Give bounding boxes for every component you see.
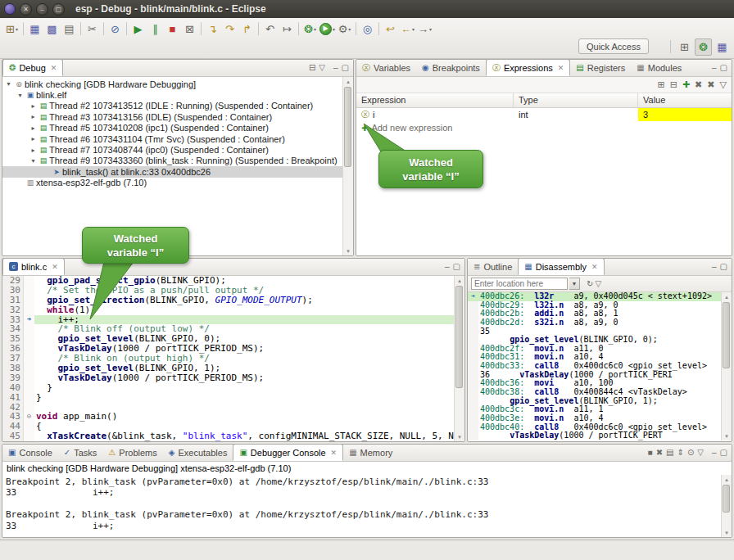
- debug-tree-row[interactable]: ▸ ▤ Thread #2 1073413512 (IDLE : Running…: [2, 101, 353, 111]
- twisty-icon[interactable]: ▾: [16, 92, 25, 99]
- view-menu-icon[interactable]: ▽: [697, 449, 704, 457]
- instruction-stepping-icon[interactable]: ↦: [279, 20, 296, 38]
- disassembly-body[interactable]: ➜ 400dbc26: l32r a9, 0x400d045c < stext+…: [468, 292, 721, 440]
- debug-tree-row[interactable]: ▾ ⊚ blink checking [GDB Hardware Debuggi…: [2, 79, 353, 89]
- debug-icon[interactable]: ❂▾: [301, 20, 319, 38]
- view-menu-icon[interactable]: ▽: [319, 64, 325, 72]
- gutter-marker-icon[interactable]: [24, 344, 34, 354]
- clear-console-icon[interactable]: ▤: [666, 449, 673, 457]
- tab-blink-c[interactable]: c blink.c ✕: [2, 258, 65, 275]
- add-expression-row[interactable]: ✚ Add new expression: [356, 121, 732, 134]
- location-input[interactable]: [471, 278, 568, 290]
- debug-scrollbar[interactable]: ▴ ▾: [342, 77, 353, 255]
- scroll-thumb[interactable]: [344, 87, 351, 167]
- line-number[interactable]: 31: [2, 296, 24, 305]
- gutter-marker-icon[interactable]: [24, 431, 34, 441]
- open-perspective-icon[interactable]: ⊞: [676, 38, 693, 56]
- line-number[interactable]: 32: [2, 305, 24, 315]
- maximize-icon[interactable]: ▢: [342, 64, 349, 72]
- terminate-console-icon[interactable]: ■: [648, 449, 653, 457]
- view-tab[interactable]: ◈ Executables: [163, 444, 233, 461]
- quick-access-button[interactable]: Quick Access: [578, 38, 649, 54]
- add-expression-icon[interactable]: ✚: [682, 79, 690, 90]
- back-icon[interactable]: ←▾: [399, 20, 416, 38]
- code-line[interactable]: 41 }: [2, 393, 454, 403]
- scroll-up-icon[interactable]: ▴: [455, 276, 464, 285]
- debug-tree-row[interactable]: ➤ blink_task() at blink.c:33 0x400dbc26: [2, 166, 353, 177]
- twisty-icon[interactable]: ▸: [29, 135, 38, 142]
- scroll-up-icon[interactable]: ▴: [722, 292, 732, 301]
- line-number[interactable]: 39: [2, 373, 24, 383]
- column-value[interactable]: Value: [638, 93, 732, 107]
- gutter-marker-icon[interactable]: [24, 393, 34, 403]
- column-type[interactable]: Type: [514, 93, 638, 107]
- debug-tree-row[interactable]: ▥ xtensa-esp32-elf-gdb (7.10): [2, 178, 353, 188]
- gutter-marker-icon[interactable]: [24, 383, 34, 393]
- gutter-marker-icon[interactable]: [24, 422, 34, 431]
- close-icon[interactable]: ✕: [591, 263, 598, 271]
- editor-scrollbar[interactable]: ▴ ▾: [454, 276, 464, 441]
- skip-all-breakpoints-icon[interactable]: ⊘: [106, 20, 124, 38]
- view-tab[interactable]: ◉ Breakpoints: [416, 59, 486, 76]
- scroll-thumb[interactable]: [723, 302, 730, 368]
- step-into-icon[interactable]: ↴: [204, 20, 221, 38]
- minimize-icon[interactable]: –: [712, 449, 717, 457]
- code-perspective-icon[interactable]: ▦: [714, 38, 731, 56]
- gutter-marker-icon[interactable]: ⊖: [24, 412, 34, 422]
- twisty-icon[interactable]: ▾: [4, 80, 13, 88]
- line-number[interactable]: 30: [2, 286, 24, 296]
- remove-all-expressions-icon[interactable]: ✖: [707, 79, 714, 90]
- view-tab[interactable]: ✓ Tasks: [58, 444, 103, 461]
- view-tab[interactable]: ▦ Modules: [631, 59, 687, 76]
- debug-tree-row[interactable]: ▸ ▤ Thread #7 1073408744 (ipc0) (Suspend…: [2, 144, 353, 155]
- scroll-thumb[interactable]: [723, 485, 730, 513]
- run-icon[interactable]: ▶▾: [319, 20, 336, 38]
- window-minimize-button[interactable]: –: [36, 3, 48, 16]
- view-menu-icon[interactable]: ▽: [720, 79, 727, 90]
- collapse-all-icon[interactable]: ⊟: [309, 64, 315, 72]
- chevron-down-icon[interactable]: ▼: [569, 278, 580, 290]
- code-line[interactable]: 45 xTaskCreate(&blink_task, "blink_task"…: [2, 431, 454, 441]
- gutter-marker-icon[interactable]: [24, 324, 34, 334]
- last-edit-location-icon[interactable]: ↩: [382, 20, 399, 38]
- view-tab[interactable]: ▤ Registers: [570, 59, 631, 76]
- debug-tree-row[interactable]: ▸ ▤ Thread #6 1073431104 (Tmr Svc) (Susp…: [2, 133, 353, 144]
- terminate-icon[interactable]: ■: [164, 20, 181, 38]
- line-number[interactable]: 45: [2, 431, 24, 441]
- tab-debug[interactable]: ❂ Debug ✕: [2, 59, 63, 76]
- gutter-marker-icon[interactable]: [24, 305, 34, 315]
- new-wizard-icon[interactable]: ⊞▾: [3, 20, 20, 38]
- view-tab[interactable]: ⓧ Expressions ✕: [486, 59, 570, 76]
- code-line[interactable]: 43 ⊖ void app_main(): [2, 412, 454, 422]
- gutter-marker-icon[interactable]: [24, 286, 34, 296]
- layout-icon[interactable]: ⊞: [657, 79, 664, 90]
- remove-launch-icon[interactable]: ✖: [656, 449, 663, 457]
- search-icon[interactable]: ◎: [359, 20, 376, 38]
- external-tools-icon[interactable]: ⚙▾: [336, 20, 353, 38]
- twisty-icon[interactable]: ▸: [29, 113, 38, 120]
- debug-tree-row[interactable]: ▸ ▤ Thread #3 1073413156 (IDLE) (Suspend…: [2, 111, 353, 122]
- gutter-marker-icon[interactable]: [24, 373, 34, 383]
- step-return-icon[interactable]: ↱: [238, 20, 256, 38]
- line-number[interactable]: 41: [2, 393, 24, 403]
- maximize-icon[interactable]: ▢: [720, 449, 727, 457]
- view-tab[interactable]: ⓧ Variables: [356, 59, 416, 76]
- scroll-down-icon[interactable]: ▾: [722, 431, 732, 440]
- scroll-up-icon[interactable]: ▴: [343, 77, 353, 86]
- close-icon[interactable]: ✕: [51, 64, 57, 72]
- scroll-down-icon[interactable]: ▾: [722, 528, 732, 537]
- remove-expression-icon[interactable]: ✖: [695, 79, 702, 90]
- window-close-button[interactable]: ✕: [20, 3, 32, 16]
- window-maximize-button[interactable]: ▢: [52, 3, 65, 16]
- debug-perspective-icon[interactable]: ❂: [695, 38, 712, 56]
- scroll-down-icon[interactable]: ▾: [455, 432, 464, 441]
- view-tab[interactable]: ▣ Debugger Console ✕: [233, 444, 343, 461]
- scroll-lock-icon[interactable]: ⇕: [677, 449, 684, 457]
- step-over-icon[interactable]: ↷: [221, 20, 238, 38]
- column-expression[interactable]: Expression: [356, 93, 514, 107]
- forward-icon[interactable]: →▾: [416, 20, 433, 38]
- view-menu-icon[interactable]: ▽: [595, 280, 601, 288]
- gutter-marker-icon[interactable]: [24, 403, 34, 413]
- disassembly-scrollbar[interactable]: ▴ ▾: [721, 292, 732, 440]
- maximize-icon[interactable]: ▢: [720, 64, 727, 72]
